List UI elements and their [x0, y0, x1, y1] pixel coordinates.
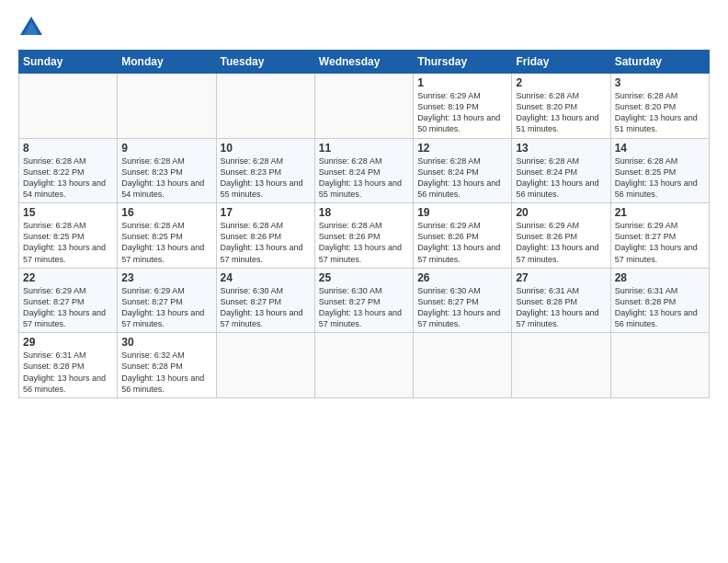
- day-number: 11: [319, 142, 409, 155]
- calendar-cell: [610, 333, 709, 398]
- logo-icon: [18, 15, 44, 40]
- day-info: Sunrise: 6:29 AM Sunset: 8:27 PM Dayligh…: [121, 285, 211, 330]
- day-number: 27: [516, 271, 606, 284]
- day-number: 2: [516, 76, 606, 89]
- calendar-cell: 3Sunrise: 6:28 AM Sunset: 8:20 PM Daylig…: [610, 74, 709, 139]
- calendar-cell: 14Sunrise: 6:28 AM Sunset: 8:25 PM Dayli…: [610, 138, 709, 203]
- header-sunday: Sunday: [19, 51, 118, 74]
- day-number: 23: [121, 271, 211, 284]
- day-number: 24: [221, 271, 311, 284]
- calendar-cell: [314, 74, 413, 139]
- calendar-cell: 27Sunrise: 6:31 AM Sunset: 8:28 PM Dayli…: [512, 268, 610, 333]
- calendar-header: SundayMondayTuesdayWednesdayThursdayFrid…: [19, 51, 710, 74]
- calendar-cell: 2Sunrise: 6:28 AM Sunset: 8:20 PM Daylig…: [512, 74, 610, 139]
- calendar-cell: [314, 333, 413, 398]
- calendar-cell: 12Sunrise: 6:28 AM Sunset: 8:24 PM Dayli…: [414, 138, 512, 203]
- calendar-cell: [216, 333, 314, 398]
- calendar-cell: 25Sunrise: 6:30 AM Sunset: 8:27 PM Dayli…: [314, 268, 413, 333]
- day-number: 9: [121, 142, 211, 155]
- day-info: Sunrise: 6:31 AM Sunset: 8:28 PM Dayligh…: [516, 285, 606, 330]
- calendar-cell: 11Sunrise: 6:28 AM Sunset: 8:24 PM Dayli…: [314, 138, 413, 203]
- calendar-cell: 8Sunrise: 6:28 AM Sunset: 8:22 PM Daylig…: [19, 138, 118, 203]
- calendar-cell: 21Sunrise: 6:29 AM Sunset: 8:27 PM Dayli…: [610, 203, 709, 269]
- week-row-5: 29Sunrise: 6:31 AM Sunset: 8:28 PM Dayli…: [19, 333, 710, 398]
- calendar-cell: 29Sunrise: 6:31 AM Sunset: 8:28 PM Dayli…: [19, 333, 118, 398]
- day-number: 19: [417, 206, 507, 219]
- day-info: Sunrise: 6:28 AM Sunset: 8:20 PM Dayligh…: [516, 90, 606, 135]
- calendar-cell: [216, 74, 314, 139]
- calendar-cell: 10Sunrise: 6:28 AM Sunset: 8:23 PM Dayli…: [216, 138, 314, 203]
- day-number: 12: [417, 142, 507, 155]
- day-info: Sunrise: 6:28 AM Sunset: 8:25 PM Dayligh…: [615, 155, 705, 201]
- day-info: Sunrise: 6:28 AM Sunset: 8:23 PM Dayligh…: [221, 155, 311, 201]
- calendar-cell: 19Sunrise: 6:29 AM Sunset: 8:26 PM Dayli…: [414, 203, 512, 269]
- calendar-cell: [118, 74, 216, 139]
- day-info: Sunrise: 6:29 AM Sunset: 8:26 PM Dayligh…: [516, 220, 606, 265]
- calendar-body: 1Sunrise: 6:29 AM Sunset: 8:19 PM Daylig…: [19, 74, 710, 398]
- day-info: Sunrise: 6:31 AM Sunset: 8:28 PM Dayligh…: [615, 285, 705, 330]
- day-number: 29: [23, 336, 113, 349]
- calendar-cell: 1Sunrise: 6:29 AM Sunset: 8:19 PM Daylig…: [414, 74, 512, 139]
- day-number: 20: [516, 206, 606, 219]
- day-number: 10: [221, 142, 311, 155]
- day-info: Sunrise: 6:28 AM Sunset: 8:24 PM Dayligh…: [516, 155, 606, 201]
- day-info: Sunrise: 6:31 AM Sunset: 8:28 PM Dayligh…: [23, 350, 113, 395]
- day-number: 14: [615, 142, 705, 155]
- day-number: 17: [221, 206, 311, 219]
- day-number: 18: [319, 206, 409, 219]
- header-saturday: Saturday: [610, 51, 709, 74]
- day-info: Sunrise: 6:28 AM Sunset: 8:24 PM Dayligh…: [319, 155, 409, 201]
- day-number: 21: [615, 206, 705, 219]
- day-info: Sunrise: 6:28 AM Sunset: 8:23 PM Dayligh…: [121, 155, 211, 201]
- calendar-table: SundayMondayTuesdayWednesdayThursdayFrid…: [18, 50, 710, 398]
- day-info: Sunrise: 6:30 AM Sunset: 8:27 PM Dayligh…: [319, 285, 409, 330]
- day-number: 13: [516, 142, 606, 155]
- day-number: 16: [121, 206, 211, 219]
- calendar-cell: 30Sunrise: 6:32 AM Sunset: 8:28 PM Dayli…: [118, 333, 216, 398]
- header-tuesday: Tuesday: [216, 51, 314, 74]
- week-row-1: 1Sunrise: 6:29 AM Sunset: 8:19 PM Daylig…: [19, 74, 710, 139]
- day-info: Sunrise: 6:29 AM Sunset: 8:19 PM Dayligh…: [417, 90, 507, 135]
- day-info: Sunrise: 6:28 AM Sunset: 8:26 PM Dayligh…: [221, 220, 311, 265]
- calendar-cell: 18Sunrise: 6:28 AM Sunset: 8:26 PM Dayli…: [314, 203, 413, 269]
- calendar-cell: 26Sunrise: 6:30 AM Sunset: 8:27 PM Dayli…: [414, 268, 512, 333]
- calendar-cell: 24Sunrise: 6:30 AM Sunset: 8:27 PM Dayli…: [216, 268, 314, 333]
- calendar-cell: 20Sunrise: 6:29 AM Sunset: 8:26 PM Dayli…: [512, 203, 610, 269]
- logo: [18, 15, 46, 40]
- day-number: 28: [615, 271, 705, 284]
- day-info: Sunrise: 6:28 AM Sunset: 8:25 PM Dayligh…: [121, 220, 211, 265]
- calendar-cell: 9Sunrise: 6:28 AM Sunset: 8:23 PM Daylig…: [118, 138, 216, 203]
- calendar-cell: [512, 333, 610, 398]
- header-friday: Friday: [512, 51, 610, 74]
- week-row-4: 22Sunrise: 6:29 AM Sunset: 8:27 PM Dayli…: [19, 268, 710, 333]
- day-info: Sunrise: 6:29 AM Sunset: 8:27 PM Dayligh…: [615, 220, 705, 265]
- header-monday: Monday: [118, 51, 216, 74]
- day-info: Sunrise: 6:28 AM Sunset: 8:24 PM Dayligh…: [417, 155, 507, 201]
- calendar-cell: 13Sunrise: 6:28 AM Sunset: 8:24 PM Dayli…: [512, 138, 610, 203]
- calendar-cell: 17Sunrise: 6:28 AM Sunset: 8:26 PM Dayli…: [216, 203, 314, 269]
- day-info: Sunrise: 6:30 AM Sunset: 8:27 PM Dayligh…: [221, 285, 311, 330]
- header-wednesday: Wednesday: [314, 51, 413, 74]
- day-info: Sunrise: 6:28 AM Sunset: 8:26 PM Dayligh…: [319, 220, 409, 265]
- calendar-cell: 22Sunrise: 6:29 AM Sunset: 8:27 PM Dayli…: [19, 268, 118, 333]
- day-info: Sunrise: 6:28 AM Sunset: 8:22 PM Dayligh…: [23, 155, 113, 201]
- day-info: Sunrise: 6:29 AM Sunset: 8:27 PM Dayligh…: [23, 285, 113, 330]
- calendar-cell: [414, 333, 512, 398]
- header-row: SundayMondayTuesdayWednesdayThursdayFrid…: [19, 51, 710, 74]
- calendar-cell: 28Sunrise: 6:31 AM Sunset: 8:28 PM Dayli…: [610, 268, 709, 333]
- calendar-cell: 16Sunrise: 6:28 AM Sunset: 8:25 PM Dayli…: [118, 203, 216, 269]
- calendar-cell: 23Sunrise: 6:29 AM Sunset: 8:27 PM Dayli…: [118, 268, 216, 333]
- day-number: 26: [417, 271, 507, 284]
- page-header: [18, 15, 710, 40]
- day-number: 30: [121, 336, 211, 349]
- day-info: Sunrise: 6:28 AM Sunset: 8:20 PM Dayligh…: [615, 90, 705, 135]
- day-number: 25: [319, 271, 409, 284]
- day-info: Sunrise: 6:29 AM Sunset: 8:26 PM Dayligh…: [417, 220, 507, 265]
- day-info: Sunrise: 6:30 AM Sunset: 8:27 PM Dayligh…: [417, 285, 507, 330]
- day-number: 3: [615, 76, 705, 89]
- week-row-2: 8Sunrise: 6:28 AM Sunset: 8:22 PM Daylig…: [19, 138, 710, 203]
- day-info: Sunrise: 6:28 AM Sunset: 8:25 PM Dayligh…: [23, 220, 113, 265]
- day-info: Sunrise: 6:32 AM Sunset: 8:28 PM Dayligh…: [121, 350, 211, 395]
- day-number: 22: [23, 271, 113, 284]
- day-number: 8: [23, 142, 113, 155]
